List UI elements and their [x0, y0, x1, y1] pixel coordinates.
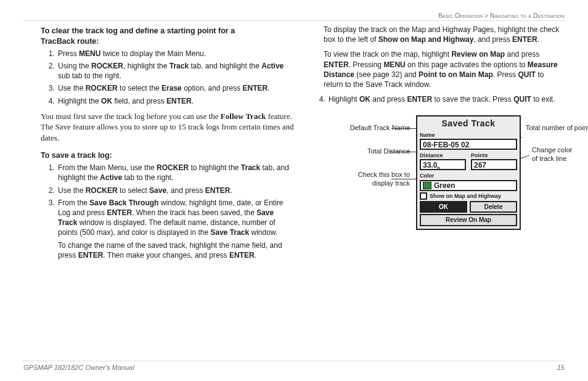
callout-line [391, 128, 419, 129]
color-field[interactable]: Green [420, 180, 517, 191]
body-paragraph: You must first save the track log before… [41, 111, 294, 144]
device-figure: Default Track Name Total Distance Check … [311, 112, 565, 241]
checkbox-label: Show on Map and Highway [430, 192, 501, 200]
list-item: Use the ROCKER to select Save, and press… [57, 186, 294, 195]
right-column: To display the track on the Map and High… [311, 25, 565, 263]
footer-manual-title: GPSMAP 182/182C Owner's Manual [23, 364, 134, 371]
color-label: Color [417, 171, 520, 179]
points-label: Points [468, 151, 520, 159]
list-item: From the Main Menu, use the ROCKER to hi… [57, 163, 294, 182]
save-track-steps-cont: Highlight OK and press ENTER to save the… [311, 94, 565, 104]
distance-label: Distance [417, 151, 468, 159]
page-footer: GPSMAP 182/182C Owner's Manual 15 [23, 361, 565, 371]
clear-track-steps: Press MENU twice to display the Main Men… [41, 49, 294, 106]
name-field[interactable]: 08-FEB-05 02 [420, 139, 517, 150]
breadcrumb-section: Basic Operation [438, 12, 483, 19]
device-title: Saved Track [417, 117, 520, 131]
list-item: Use the ROCKER to select the Erase optio… [57, 83, 294, 93]
show-on-map-checkbox-row[interactable]: Show on Map and Highway [420, 192, 517, 200]
section-heading-save-track: To save a track log: [41, 150, 294, 161]
callout-total-points: Total number of points [526, 124, 588, 132]
ok-button[interactable]: OK [420, 201, 467, 213]
breadcrumb: Basic Operation > Navigating to a Destin… [23, 12, 565, 21]
save-track-steps: From the Main Menu, use the ROCKER to hi… [41, 163, 294, 260]
distance-field: 33.0h [420, 159, 466, 170]
list-item: Highlight the OK field, and press ENTER. [57, 96, 294, 106]
color-value: Green [434, 181, 455, 190]
breadcrumb-sep: > [484, 12, 488, 19]
color-swatch-icon [423, 182, 431, 189]
left-column: To clear the track log and define a star… [23, 25, 294, 263]
list-item: From the Save Back Through window, highl… [57, 198, 294, 260]
list-item: Highlight OK and press ENTER to save the… [327, 94, 565, 104]
list-item: Press MENU twice to display the Main Men… [57, 49, 294, 59]
body-paragraph: To display the track on the Map and High… [324, 25, 565, 44]
saved-track-window: Saved Track Name 08-FEB-05 02 Distance 3… [416, 115, 521, 229]
checkbox-icon[interactable] [420, 192, 427, 200]
footer-page-number: 15 [557, 364, 565, 371]
body-paragraph: To view the track on the map, highlight … [324, 49, 565, 89]
callout-change-color: Change colorof track line [532, 146, 588, 162]
section-heading-clear-track: To clear the track log and define a star… [41, 26, 294, 47]
callout-line [390, 152, 419, 152]
name-label: Name [417, 131, 520, 139]
list-item: Using the ROCKER, highlight the Track ta… [57, 61, 294, 81]
delete-button[interactable]: Delete [470, 201, 517, 213]
points-field: 267 [471, 159, 517, 170]
review-on-map-button[interactable]: Review On Map [420, 214, 517, 226]
breadcrumb-page: Navigating to a Destination [490, 12, 565, 19]
